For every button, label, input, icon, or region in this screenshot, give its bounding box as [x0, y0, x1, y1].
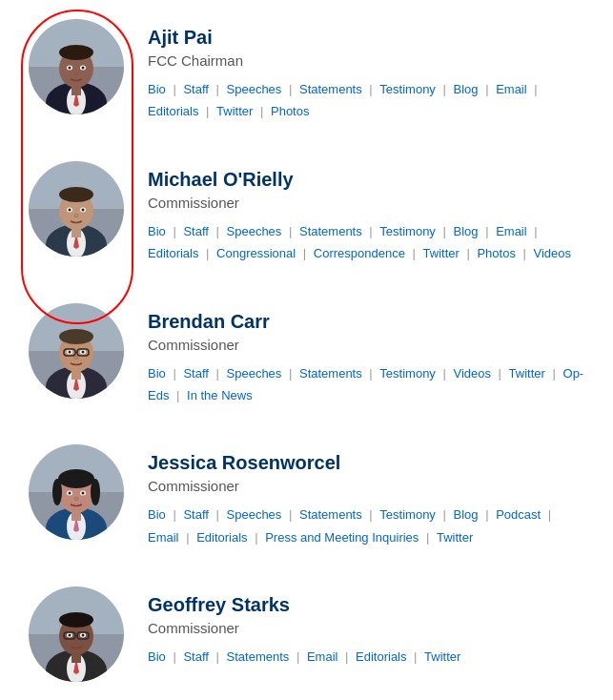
- commissioner-info-geoffrey-starks: Geoffrey Starks Commissioner Bio | Staff…: [148, 587, 584, 668]
- link-staff[interactable]: Staff: [183, 82, 209, 96]
- link-congressional[interactable]: Congressional: [216, 246, 296, 260]
- commissioner-links: Bio | Staff | Speeches | Statements | Te…: [148, 504, 584, 548]
- link-testimony[interactable]: Testimony: [379, 507, 436, 522]
- link-email[interactable]: Email: [307, 649, 338, 664]
- link-blog[interactable]: Blog: [453, 224, 478, 238]
- avatar-wrapper: [29, 19, 124, 114]
- link-bio[interactable]: Bio: [148, 366, 166, 381]
- link-statements[interactable]: Statements: [227, 649, 290, 664]
- link-podcast[interactable]: Podcast: [496, 507, 541, 522]
- link-separator: |: [170, 82, 180, 96]
- link-editorials[interactable]: Editorials: [148, 246, 198, 260]
- link-speeches[interactable]: Speeches: [227, 82, 282, 96]
- link-separator: |: [411, 649, 421, 664]
- link-separator: |: [495, 366, 505, 381]
- link-email[interactable]: Email: [496, 224, 527, 238]
- link-testimony[interactable]: Testimony: [379, 224, 436, 238]
- link-email[interactable]: Email: [148, 530, 179, 545]
- svg-point-33: [59, 329, 93, 344]
- link-separator: |: [531, 82, 538, 96]
- link-correspondence[interactable]: Correspondence: [314, 246, 405, 260]
- link-separator: |: [531, 224, 538, 238]
- commissioner-title: Commissioner: [148, 620, 584, 636]
- link-twitter[interactable]: Twitter: [424, 649, 460, 664]
- svg-point-24: [82, 208, 85, 211]
- avatar-geoffrey-starks: [29, 587, 124, 682]
- link-twitter[interactable]: Twitter: [216, 104, 253, 118]
- commissioner-info-jessica-rosenworcel: Jessica Rosenworcel Commissioner Bio | S…: [148, 444, 584, 548]
- link-separator: |: [170, 649, 180, 664]
- link-in-the-news[interactable]: In the News: [187, 388, 253, 402]
- link-photos[interactable]: Photos: [477, 246, 515, 260]
- link-separator: |: [422, 530, 433, 545]
- link-separator: |: [170, 507, 180, 522]
- link-staff[interactable]: Staff: [183, 366, 209, 381]
- link-testimony[interactable]: Testimony: [379, 82, 436, 96]
- link-separator: |: [256, 104, 267, 118]
- avatar-michael-orielly: [29, 161, 124, 257]
- link-separator: |: [409, 246, 419, 260]
- link-separator: |: [213, 224, 223, 238]
- link-press-and-meeting-inquiries[interactable]: Press and Meeting Inquiries: [265, 530, 419, 545]
- link-videos[interactable]: Videos: [534, 246, 572, 260]
- link-staff[interactable]: Staff: [183, 224, 209, 238]
- link-staff[interactable]: Staff: [183, 507, 209, 522]
- link-blog[interactable]: Blog: [453, 82, 478, 96]
- commissioner-title: Commissioner: [148, 478, 584, 494]
- svg-point-20: [59, 187, 93, 202]
- link-separator: |: [482, 82, 493, 96]
- commissioner-links: Bio | Staff | Speeches | Statements | Te…: [148, 362, 584, 407]
- link-speeches[interactable]: Speeches: [227, 366, 282, 381]
- link-speeches[interactable]: Speeches: [227, 507, 282, 522]
- commissioner-name: Geoffrey Starks: [148, 594, 584, 616]
- link-separator: |: [482, 507, 493, 522]
- commissioner-item-geoffrey-starks: Geoffrey Starks Commissioner Bio | Staff…: [29, 587, 584, 691]
- link-statements[interactable]: Statements: [299, 82, 362, 96]
- link-twitter[interactable]: Twitter: [437, 530, 473, 545]
- link-separator: |: [170, 224, 180, 238]
- link-bio[interactable]: Bio: [148, 82, 166, 96]
- link-editorials[interactable]: Editorials: [356, 649, 406, 664]
- svg-point-7: [59, 45, 93, 60]
- svg-point-38: [74, 356, 78, 359]
- link-staff[interactable]: Staff: [183, 649, 209, 664]
- link-separator: |: [482, 224, 493, 238]
- link-bio[interactable]: Bio: [148, 224, 166, 238]
- link-twitter[interactable]: Twitter: [509, 366, 545, 381]
- link-separator: |: [285, 507, 296, 522]
- link-separator: |: [299, 246, 310, 260]
- link-editorials[interactable]: Editorials: [148, 104, 198, 118]
- link-separator: |: [202, 104, 213, 118]
- link-bio[interactable]: Bio: [148, 507, 166, 522]
- link-separator: |: [366, 224, 377, 238]
- link-separator: |: [366, 507, 377, 522]
- link-photos[interactable]: Photos: [271, 104, 309, 118]
- link-email[interactable]: Email: [496, 82, 527, 96]
- commissioner-list: Ajit Pai FCC Chairman Bio | Staff | Spee…: [29, 19, 584, 691]
- link-separator: |: [520, 246, 530, 260]
- link-twitter[interactable]: Twitter: [423, 246, 460, 260]
- link-statements[interactable]: Statements: [299, 366, 362, 381]
- commissioner-links: Bio | Staff | Speeches | Statements | Te…: [148, 220, 584, 265]
- link-statements[interactable]: Statements: [299, 224, 362, 238]
- link-blog[interactable]: Blog: [453, 507, 478, 522]
- link-separator: |: [463, 246, 474, 260]
- svg-point-55: [82, 492, 85, 495]
- link-editorials[interactable]: Editorials: [196, 530, 247, 545]
- link-statements[interactable]: Statements: [299, 507, 362, 522]
- link-separator: |: [366, 82, 377, 96]
- commissioner-name: Ajit Pai: [148, 27, 584, 49]
- link-separator: |: [170, 366, 180, 381]
- commissioner-title: Commissioner: [148, 195, 584, 211]
- commissioner-links: Bio | Staff | Statements | Email | Edito…: [148, 646, 584, 668]
- link-bio[interactable]: Bio: [148, 649, 166, 664]
- commissioner-item-ajit-pai: Ajit Pai FCC Chairman Bio | Staff | Spee…: [29, 19, 584, 133]
- svg-point-12: [74, 72, 78, 75]
- commissioner-name: Brendan Carr: [148, 311, 584, 333]
- svg-point-69: [74, 640, 78, 643]
- link-testimony[interactable]: Testimony: [379, 366, 436, 381]
- avatar-ajit-pai: [29, 19, 124, 114]
- link-videos[interactable]: Videos: [453, 366, 491, 381]
- commissioner-item-brendan-carr: Brendan Carr Commissioner Bio | Staff | …: [29, 303, 584, 417]
- link-speeches[interactable]: Speeches: [227, 224, 282, 238]
